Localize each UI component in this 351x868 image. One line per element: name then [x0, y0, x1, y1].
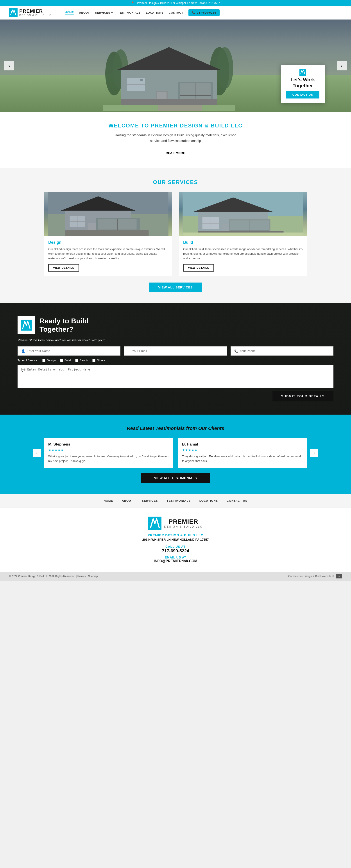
footer-address: 201 N WHISPER LN NEW HOLLAND PA 17557 [18, 538, 333, 541]
testimonials-prev-button[interactable]: ‹ [33, 449, 41, 457]
hero-cta-box: Let's Work Together CONTACT US [281, 65, 325, 103]
bottom-bar: © 2024 Premier Design & Build LLC All Ri… [0, 572, 351, 581]
footer-nav-services[interactable]: SERVICES [142, 499, 158, 502]
nav-links: HOME ABOUT SERVICES ▾ TESTIMONIALS LOCAT… [65, 9, 342, 16]
svg-text:CM: CM [338, 576, 341, 578]
footer-sub: DESIGN & BUILD LLC [164, 525, 202, 528]
nav-home[interactable]: HOME [65, 11, 74, 14]
submit-button[interactable]: SUBMIT YOUR DETAILS [273, 391, 334, 401]
email-input-wrap: ✉ [124, 346, 227, 355]
cta-header: Ready to Build Together? [18, 316, 333, 334]
svg-rect-31 [88, 223, 96, 231]
view-all-wrap: VIEW ALL SERVICES [18, 282, 333, 292]
service-label: Type of Service: [18, 359, 38, 362]
welcome-description: Raising the standards in exterior Design… [110, 132, 241, 144]
testimonials-heading: Read Latest Testimonials from Our Client… [18, 426, 333, 431]
footer-nav-home[interactable]: HOME [103, 499, 113, 502]
nav-testimonials[interactable]: TESTIMONIALS [118, 11, 140, 14]
testimonials-next-button[interactable]: › [310, 449, 318, 457]
view-all-testimonials-button[interactable]: VIEW ALL TESTIMONIALS [141, 473, 210, 483]
welcome-section: WELCOME TO PREMIER DESIGN & BUILD LLC Ra… [0, 112, 351, 168]
footer-phone: 717-690-5224 [18, 548, 333, 553]
design-description: Our skilled design team possesses the to… [48, 247, 168, 260]
footer-logo-text: PREMIER DESIGN & BUILD LLC [164, 518, 202, 528]
services-heading: OUR SERVICES [18, 179, 333, 185]
location-pin-icon: 📍 [131, 1, 134, 5]
footer-company-full: PREMIER DESIGN & BUILD LLC [18, 533, 333, 537]
phone-input[interactable] [240, 349, 330, 353]
checkbox-repair: Reapir [75, 359, 88, 362]
testimonial-text-1: What a great job these young men did for… [48, 454, 169, 464]
svg-rect-19 [121, 99, 217, 106]
build-card-body: Build Our skilled Build Team specializes… [179, 236, 307, 276]
chat-icon: 💬 [21, 368, 26, 385]
checkbox-others: Others [92, 359, 105, 362]
hero-prev-button[interactable]: ‹ [4, 61, 14, 70]
cta-heading-wrap: Ready to Build Together? [39, 317, 89, 334]
footer-company: PREMIER [164, 518, 202, 525]
testimonials-container: ‹ M. Stephens ★★★★★ What a great job the… [44, 438, 307, 468]
checkbox-build-input[interactable] [60, 359, 63, 362]
footer-nav-locations[interactable]: LOCATIONS [199, 499, 218, 502]
testimonial-text-2: They did a great job. Excellent work eth… [182, 454, 303, 464]
nav-locations[interactable]: LOCATIONS [146, 11, 163, 14]
company-sub: DESIGN & BUILD LLC [19, 14, 52, 17]
footer-nav-contact[interactable]: CONTACT US [227, 499, 247, 502]
submit-row: SUBMIT YOUR DETAILS [18, 391, 333, 401]
email-icon: ✉ [128, 349, 130, 353]
checkbox-repair-label: Reapir [79, 359, 88, 362]
build-description: Our skilled Build Team specializes in a … [183, 247, 303, 260]
checkbox-repair-input[interactable] [75, 359, 78, 362]
phone-icon: 📞 [234, 349, 238, 353]
name-input-wrap: 👤 [18, 346, 121, 355]
logo-text: PREMIER DESIGN & BUILD LLC [19, 8, 52, 17]
view-all-services-button[interactable]: VIEW ALL SERVICES [150, 282, 201, 292]
svg-rect-21 [158, 105, 202, 111]
bottom-left: © 2024 Premier Design & Build LLC All Ri… [9, 575, 98, 578]
testimonial-name-2: B. Hamal [182, 442, 303, 446]
read-more-button[interactable]: READ MORE [159, 149, 192, 157]
details-textarea[interactable] [27, 368, 330, 385]
navbar: PREMIER DESIGN & BUILD LLC HOME ABOUT SE… [0, 6, 351, 20]
design-card-body: Design Our skilled design team possesses… [44, 236, 172, 276]
view-all-testimonials-wrap: VIEW ALL TESTIMONIALS [18, 473, 333, 483]
build-image [179, 192, 307, 236]
cta-form-section: Ready to Build Together? Please fill the… [0, 303, 351, 414]
testimonial-card-2: B. Hamal ★★★★★ They did a great job. Exc… [178, 438, 307, 468]
cta-logo-svg [21, 320, 32, 331]
svg-rect-51 [183, 232, 304, 236]
design-title: Design [48, 240, 168, 245]
services-section: OUR SERVICES [0, 168, 351, 303]
email-input[interactable] [132, 349, 223, 353]
build-title: Build [183, 240, 303, 245]
phone-number: 717-690-5224 [197, 11, 216, 14]
design-view-details-button[interactable]: VIEW DETAILS [48, 264, 79, 272]
cta-subtext: Please fill the form below and we will G… [18, 338, 333, 342]
hero-next-button[interactable]: › [337, 61, 347, 70]
nav-services[interactable]: SERVICES ▾ [95, 11, 113, 14]
bottom-right: Construction Design & Build Website © CM [288, 574, 342, 579]
cta-logo-icon [299, 69, 306, 76]
contact-us-button[interactable]: CONTACT US [286, 91, 319, 98]
built-by-text: Construction Design & Build Website © [288, 575, 334, 578]
phone-input-wrap: 📞 [230, 346, 333, 355]
phone-button[interactable]: 📞 717-690-5224 [188, 9, 219, 16]
build-view-details-button[interactable]: VIEW DETAILS [183, 264, 214, 272]
footer-nav-about[interactable]: ABOUT [122, 499, 133, 502]
hero-section: Let's Work Together CONTACT US ‹ › [0, 20, 351, 112]
nav-contact[interactable]: CONTACT [169, 11, 183, 14]
user-icon: 👤 [21, 349, 25, 353]
name-input[interactable] [27, 349, 117, 353]
checkbox-build: Build [60, 359, 71, 362]
footer-nav-testimonials[interactable]: TESTIMONIALS [167, 499, 191, 502]
footer-call-label: CALL US AT [18, 545, 333, 548]
checkbox-design-label: Design [47, 359, 56, 362]
copyright-text: © 2024 Premier Design & Build LLC All Ri… [9, 575, 98, 578]
nav-about[interactable]: ABOUT [79, 11, 90, 14]
design-image [44, 192, 172, 236]
checkbox-design-input[interactable] [42, 359, 45, 362]
testimonial-stars-1: ★★★★★ [48, 448, 169, 452]
testimonial-card-1: M. Stephens ★★★★★ What a great job these… [44, 438, 173, 468]
checkbox-others-input[interactable] [92, 359, 95, 362]
footer-main: PREMIER DESIGN & BUILD LLC PREMIER DESIG… [0, 508, 351, 572]
